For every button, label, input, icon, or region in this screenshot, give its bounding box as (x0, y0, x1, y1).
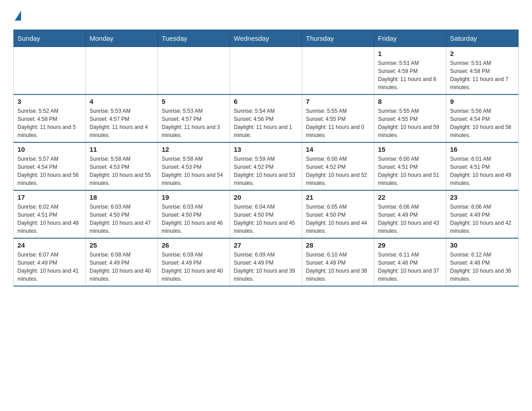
day-info: Sunrise: 5:59 AMSunset: 4:52 PMDaylight:… (234, 155, 298, 187)
day-number: 29 (378, 241, 442, 249)
calendar-cell: 28Sunrise: 6:10 AMSunset: 4:49 PMDayligh… (302, 238, 374, 286)
day-info: Sunrise: 5:58 AMSunset: 4:53 PMDaylight:… (90, 155, 154, 187)
day-number: 19 (162, 193, 226, 201)
day-number: 14 (306, 146, 370, 153)
day-of-week-header: Monday (86, 30, 158, 47)
day-info: Sunrise: 5:55 AMSunset: 4:55 PMDaylight:… (378, 107, 442, 139)
day-of-week-header: Thursday (302, 30, 374, 47)
calendar-cell (86, 47, 158, 95)
calendar-cell: 27Sunrise: 6:09 AMSunset: 4:49 PMDayligh… (230, 238, 302, 286)
day-number: 25 (90, 241, 154, 249)
day-info: Sunrise: 5:53 AMSunset: 4:57 PMDaylight:… (162, 107, 226, 139)
day-number: 27 (234, 241, 298, 249)
calendar-cell: 22Sunrise: 6:06 AMSunset: 4:49 PMDayligh… (374, 190, 446, 238)
day-info: Sunrise: 6:09 AMSunset: 4:49 PMDaylight:… (162, 251, 226, 283)
day-info: Sunrise: 5:56 AMSunset: 4:54 PMDaylight:… (450, 107, 515, 139)
day-info: Sunrise: 6:06 AMSunset: 4:49 PMDaylight:… (450, 203, 515, 235)
calendar-cell: 29Sunrise: 6:11 AMSunset: 4:48 PMDayligh… (374, 238, 446, 286)
calendar-cell: 17Sunrise: 6:02 AMSunset: 4:51 PMDayligh… (14, 190, 86, 238)
day-number: 3 (17, 98, 82, 105)
day-number: 9 (450, 98, 515, 105)
day-number: 16 (450, 146, 515, 153)
day-of-week-header: Saturday (446, 30, 519, 47)
day-number: 28 (306, 241, 370, 249)
calendar-week-row: 10Sunrise: 5:57 AMSunset: 4:54 PMDayligh… (14, 142, 519, 190)
day-number: 20 (234, 193, 298, 201)
day-info: Sunrise: 6:00 AMSunset: 4:51 PMDaylight:… (378, 155, 442, 187)
calendar-cell: 30Sunrise: 6:12 AMSunset: 4:48 PMDayligh… (446, 238, 519, 286)
day-number: 13 (234, 146, 298, 153)
day-number: 30 (450, 241, 515, 249)
day-number: 18 (90, 193, 154, 201)
calendar-cell: 13Sunrise: 5:59 AMSunset: 4:52 PMDayligh… (230, 142, 302, 190)
day-of-week-header: Tuesday (158, 30, 230, 47)
day-info: Sunrise: 6:00 AMSunset: 4:52 PMDaylight:… (306, 155, 370, 187)
calendar-cell: 2Sunrise: 5:51 AMSunset: 4:58 PMDaylight… (446, 47, 519, 95)
day-number: 2 (450, 50, 515, 57)
day-info: Sunrise: 5:52 AMSunset: 4:58 PMDaylight:… (17, 107, 82, 139)
calendar-cell: 20Sunrise: 6:04 AMSunset: 4:50 PMDayligh… (230, 190, 302, 238)
day-info: Sunrise: 6:07 AMSunset: 4:49 PMDaylight:… (17, 251, 82, 283)
day-info: Sunrise: 5:58 AMSunset: 4:53 PMDaylight:… (162, 155, 226, 187)
day-info: Sunrise: 5:51 AMSunset: 4:59 PMDaylight:… (378, 59, 442, 91)
calendar-cell: 16Sunrise: 6:01 AMSunset: 4:51 PMDayligh… (446, 142, 519, 190)
day-info: Sunrise: 6:08 AMSunset: 4:49 PMDaylight:… (90, 251, 154, 283)
calendar-week-row: 17Sunrise: 6:02 AMSunset: 4:51 PMDayligh… (14, 190, 519, 238)
calendar-header-row: SundayMondayTuesdayWednesdayThursdayFrid… (14, 30, 519, 47)
calendar-cell: 15Sunrise: 6:00 AMSunset: 4:51 PMDayligh… (374, 142, 446, 190)
day-info: Sunrise: 5:53 AMSunset: 4:57 PMDaylight:… (90, 107, 154, 139)
day-number: 24 (17, 241, 82, 249)
day-number: 5 (162, 98, 226, 105)
day-info: Sunrise: 6:09 AMSunset: 4:49 PMDaylight:… (234, 251, 298, 283)
day-info: Sunrise: 6:03 AMSunset: 4:50 PMDaylight:… (90, 203, 154, 235)
calendar-cell (302, 47, 374, 95)
calendar-cell: 12Sunrise: 5:58 AMSunset: 4:53 PMDayligh… (158, 142, 230, 190)
day-info: Sunrise: 5:57 AMSunset: 4:54 PMDaylight:… (17, 155, 82, 187)
day-number: 21 (306, 193, 370, 201)
day-info: Sunrise: 6:11 AMSunset: 4:48 PMDaylight:… (378, 251, 442, 283)
day-info: Sunrise: 6:05 AMSunset: 4:50 PMDaylight:… (306, 203, 370, 235)
calendar-cell: 25Sunrise: 6:08 AMSunset: 4:49 PMDayligh… (86, 238, 158, 286)
calendar-cell: 4Sunrise: 5:53 AMSunset: 4:57 PMDaylight… (86, 94, 158, 142)
day-number: 22 (378, 193, 442, 201)
calendar-cell: 24Sunrise: 6:07 AMSunset: 4:49 PMDayligh… (14, 238, 86, 286)
day-info: Sunrise: 6:06 AMSunset: 4:49 PMDaylight:… (378, 203, 442, 235)
calendar-cell: 11Sunrise: 5:58 AMSunset: 4:53 PMDayligh… (86, 142, 158, 190)
calendar-cell: 26Sunrise: 6:09 AMSunset: 4:49 PMDayligh… (158, 238, 230, 286)
day-number: 26 (162, 241, 226, 249)
day-number: 11 (90, 146, 154, 153)
calendar-cell (230, 47, 302, 95)
day-of-week-header: Friday (374, 30, 446, 47)
calendar-cell: 18Sunrise: 6:03 AMSunset: 4:50 PMDayligh… (86, 190, 158, 238)
calendar-cell: 10Sunrise: 5:57 AMSunset: 4:54 PMDayligh… (14, 142, 86, 190)
day-of-week-header: Sunday (14, 30, 86, 47)
calendar-table: SundayMondayTuesdayWednesdayThursdayFrid… (13, 30, 519, 287)
calendar-cell: 7Sunrise: 5:55 AMSunset: 4:55 PMDaylight… (302, 94, 374, 142)
day-info: Sunrise: 6:02 AMSunset: 4:51 PMDaylight:… (17, 203, 82, 235)
calendar-cell: 1Sunrise: 5:51 AMSunset: 4:59 PMDaylight… (374, 47, 446, 95)
calendar-cell: 21Sunrise: 6:05 AMSunset: 4:50 PMDayligh… (302, 190, 374, 238)
day-info: Sunrise: 5:51 AMSunset: 4:58 PMDaylight:… (450, 59, 515, 91)
day-of-week-header: Wednesday (230, 30, 302, 47)
calendar-cell (158, 47, 230, 95)
calendar-cell: 8Sunrise: 5:55 AMSunset: 4:55 PMDaylight… (374, 94, 446, 142)
logo-triangle-icon (15, 11, 21, 21)
day-number: 4 (90, 98, 154, 105)
calendar-cell: 3Sunrise: 5:52 AMSunset: 4:58 PMDaylight… (14, 94, 86, 142)
day-info: Sunrise: 6:01 AMSunset: 4:51 PMDaylight:… (450, 155, 515, 187)
calendar-week-row: 24Sunrise: 6:07 AMSunset: 4:49 PMDayligh… (14, 238, 519, 286)
calendar-week-row: 3Sunrise: 5:52 AMSunset: 4:58 PMDaylight… (14, 94, 519, 142)
day-number: 1 (378, 50, 442, 57)
calendar-cell: 5Sunrise: 5:53 AMSunset: 4:57 PMDaylight… (158, 94, 230, 142)
day-number: 23 (450, 193, 515, 201)
day-info: Sunrise: 6:12 AMSunset: 4:48 PMDaylight:… (450, 251, 515, 283)
day-info: Sunrise: 6:04 AMSunset: 4:50 PMDaylight:… (234, 203, 298, 235)
day-number: 15 (378, 146, 442, 153)
day-info: Sunrise: 6:03 AMSunset: 4:50 PMDaylight:… (162, 203, 226, 235)
calendar-week-row: 1Sunrise: 5:51 AMSunset: 4:59 PMDaylight… (14, 47, 519, 95)
calendar-cell: 14Sunrise: 6:00 AMSunset: 4:52 PMDayligh… (302, 142, 374, 190)
day-number: 6 (234, 98, 298, 105)
page-header (13, 9, 519, 21)
day-info: Sunrise: 6:10 AMSunset: 4:49 PMDaylight:… (306, 251, 370, 283)
day-info: Sunrise: 5:54 AMSunset: 4:56 PMDaylight:… (234, 107, 298, 139)
